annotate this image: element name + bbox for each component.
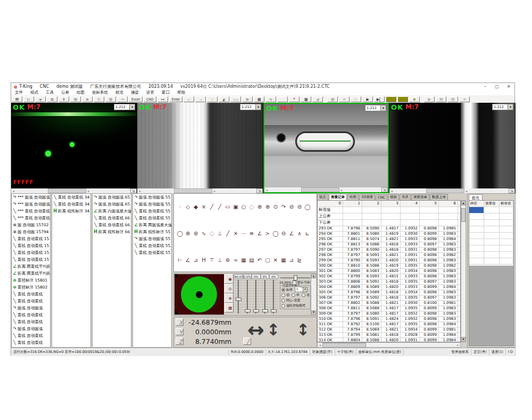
list-item[interactable]: ╲*** 直线 自动直线 bbox=[12, 215, 50, 221]
scroll-up-icon[interactable]: ▲ bbox=[461, 201, 466, 205]
list-item[interactable]: ╲直线 自动直线 bbox=[12, 291, 50, 298]
table-row[interactable]: 311 OK7.87928.51001.48171.09350.80981.09… bbox=[318, 322, 460, 327]
list-item[interactable]: ↷圆弧 自动圆弧 65 bbox=[93, 194, 131, 201]
list-item[interactable]: ╲直线 自动直线 bbox=[12, 311, 50, 318]
slider-thumb[interactable] bbox=[271, 309, 277, 312]
dither-button[interactable]: ▩ bbox=[254, 96, 264, 102]
light-slider-5[interactable]: 0% bbox=[269, 274, 278, 315]
light-slider-4[interactable]: 0% bbox=[261, 274, 270, 315]
geometry-tool-icon[interactable]: ∠ bbox=[184, 257, 192, 264]
geometry-tool-icon[interactable]: ⊿ bbox=[288, 257, 295, 264]
menu-item-模式[interactable]: 模式 bbox=[27, 90, 42, 95]
slider-track[interactable] bbox=[235, 280, 243, 314]
batch-button[interactable]: ≋ bbox=[339, 96, 350, 102]
table-row[interactable]: 307 OK7.88028.50881.48211.09300.81001.09… bbox=[318, 301, 460, 306]
tab-3D测量[interactable]: 3D测量 bbox=[359, 194, 375, 200]
menu-item-公差[interactable]: 公差 bbox=[57, 90, 73, 95]
geometry-tool-icon[interactable]: × bbox=[232, 230, 239, 237]
light-bulb-button[interactable]: ☼ bbox=[207, 96, 218, 102]
list-item[interactable]: H距离 线性标注 66 bbox=[93, 228, 131, 235]
list-item[interactable]: ╲直线 自动直线 34 bbox=[52, 201, 90, 208]
list-item[interactable]: ↷圆弧 自动圆弧 65 bbox=[93, 201, 131, 208]
scroll-right-icon[interactable]: ▸ bbox=[339, 188, 344, 192]
run-to-end-button[interactable]: ▶▏ bbox=[374, 96, 385, 102]
probe-down-button[interactable]: ◙ bbox=[82, 96, 93, 102]
list-item[interactable]: ╲直线 自动直线 15 bbox=[12, 249, 50, 256]
geometry-tool-icon[interactable]: ∿ bbox=[200, 230, 207, 237]
geometry-tool-icon[interactable]: ↷ bbox=[280, 203, 287, 211]
list-item[interactable]: ⊕圆 自动圆 15794 bbox=[12, 228, 50, 235]
tools-button[interactable]: ∗ bbox=[409, 96, 420, 102]
list-item[interactable]: ∠距离 内圆弧最大值 bbox=[93, 208, 131, 215]
scroll-right-icon[interactable]: ▸ bbox=[455, 343, 460, 347]
measurement-grid[interactable]: 0123456标准值上公差下公差293 OK7.87968.50901.4817… bbox=[317, 200, 461, 342]
scroll-left-icon[interactable]: ◂ bbox=[11, 190, 16, 193]
axis-y-button[interactable]: Y bbox=[176, 328, 184, 335]
radio-standard[interactable] bbox=[281, 288, 285, 292]
table-row[interactable]: 295 OK7.88118.50741.48211.09330.80981.09… bbox=[318, 237, 460, 242]
geometry-tool-icon[interactable]: ╱ bbox=[216, 203, 223, 211]
list-item[interactable]: ╲直线 自动直线 bbox=[12, 339, 50, 346]
camera-resize-grip[interactable]: ⇲ bbox=[130, 188, 137, 193]
geometry-tool-icon[interactable]: ⊘ bbox=[288, 203, 295, 211]
tab-状态[interactable]: 状态 bbox=[317, 194, 328, 200]
element-row[interactable] bbox=[469, 252, 513, 258]
slider-thumb[interactable] bbox=[245, 309, 251, 312]
element-table[interactable]: 内容测量值标准值 bbox=[469, 200, 514, 346]
slider-track[interactable] bbox=[270, 280, 278, 314]
geometry-tool-icon[interactable]: ⊕ bbox=[184, 230, 192, 237]
geometry-tool-icon[interactable]: ✕ bbox=[272, 257, 279, 264]
scroll-left-icon[interactable]: ◂ bbox=[264, 188, 269, 192]
scroll-right-icon[interactable]: ▸ bbox=[464, 190, 469, 193]
list-item[interactable]: ↷圆弧 自动圆弧 55 bbox=[133, 201, 171, 208]
table-row[interactable]: 314 OK7.88048.50881.48201.09310.80991.09… bbox=[318, 338, 460, 342]
table-row[interactable]: 301 OK7.88008.50831.48201.09340.80981.09… bbox=[318, 269, 460, 274]
red-star-button[interactable]: * bbox=[289, 96, 300, 102]
folder-button[interactable]: ▷ bbox=[351, 96, 361, 102]
light-mode-icon[interactable]: ◎ bbox=[225, 284, 234, 293]
feature-list-column-1[interactable]: ↷*** 圆弧 自动圆弧↷*** 圆弧 自动圆弧╲*** 直线 自动直线╲***… bbox=[11, 193, 51, 348]
element-row[interactable] bbox=[469, 258, 513, 265]
move-updown-button[interactable]: ⇅ bbox=[94, 96, 104, 102]
camera-zoom-select[interactable]: 1-212▾ bbox=[492, 104, 513, 110]
column-button[interactable]: ‖ bbox=[59, 96, 69, 102]
axis-z-button[interactable]: Z bbox=[176, 337, 184, 345]
slider-thumb[interactable] bbox=[294, 275, 297, 281]
tab-测量记录[interactable]: 测量记录 bbox=[329, 194, 347, 200]
scroll-right-icon[interactable]: ▸ bbox=[212, 190, 217, 193]
geometry-tool-icon[interactable]: ◇ bbox=[184, 203, 192, 211]
standard-level-select[interactable]: 1▾ bbox=[295, 287, 307, 292]
table-row[interactable]: 309 OK7.87978.50801.48171.09320.80981.09… bbox=[318, 311, 460, 317]
geometry-tool-icon[interactable]: · bbox=[176, 203, 184, 211]
menu-item-工具[interactable]: 工具 bbox=[42, 90, 57, 95]
list-item[interactable]: ∠距离 两圆弧最大值 bbox=[133, 221, 171, 228]
scroll-left-icon[interactable]: ◂ bbox=[389, 190, 394, 193]
print-button[interactable]: ▤ bbox=[447, 96, 458, 102]
camera-h-scrollbar[interactable]: ◂▸ bbox=[11, 188, 130, 193]
camera-panel-2[interactable]: OK M:7 1-212▾ ◂▸ ⇲ bbox=[137, 103, 263, 193]
list-item[interactable]: ╲直线 自动直线 15 bbox=[12, 242, 50, 249]
geometry-tool-icon[interactable]: ◌ bbox=[208, 230, 215, 237]
menu-item-窗口[interactable]: 窗口 bbox=[158, 90, 173, 95]
list-item[interactable]: ╲直线 自动直线 55 bbox=[133, 242, 171, 249]
geometry-tool-icon[interactable]: ⊾ bbox=[304, 230, 311, 237]
cad-button[interactable]: CAD bbox=[144, 96, 156, 102]
list-item[interactable]: ⊕圆 自动圆 15702 bbox=[12, 221, 50, 228]
blank-button[interactable] bbox=[277, 96, 288, 102]
geometry-tool-icon[interactable]: ≡ bbox=[248, 230, 255, 237]
camera-zoom-select[interactable]: 1-212▾ bbox=[365, 105, 386, 111]
curve-button[interactable]: ∿ bbox=[265, 96, 276, 102]
geometry-tool-icon[interactable]: ▦ bbox=[240, 257, 247, 264]
camera-panel-3-selected[interactable]: OK M:7 1-212▾ ◂▸ ⇲ bbox=[263, 103, 389, 193]
block-button[interactable]: ▦ bbox=[70, 96, 81, 102]
minus-minus-button[interactable]: – – bbox=[230, 96, 241, 102]
jog-arrows[interactable]: ↔ ↕ ↕ bbox=[247, 322, 311, 344]
light-slider-1[interactable]: 40.0% bbox=[234, 274, 243, 315]
table-row[interactable]: 304 OK7.88098.50891.48201.09330.80991.09… bbox=[318, 285, 460, 290]
element-row[interactable] bbox=[469, 226, 513, 233]
geometry-tool-icon[interactable]: ▦ bbox=[280, 257, 287, 264]
scroll-thumb[interactable] bbox=[426, 188, 464, 193]
table-row[interactable]: 296 OK7.88138.50861.48181.09330.80971.09… bbox=[318, 242, 460, 248]
axis-x-button[interactable]: X bbox=[176, 318, 184, 326]
list-item[interactable]: ∠距离 两直线平均距离 bbox=[12, 270, 50, 277]
